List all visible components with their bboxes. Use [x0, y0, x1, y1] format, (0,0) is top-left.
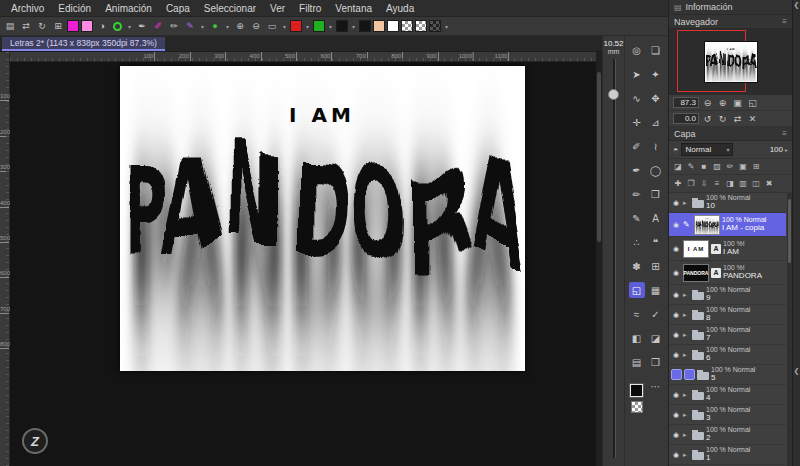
add-selection-icon[interactable]: ⊕	[233, 19, 247, 33]
paper-chip-checker-3[interactable]	[429, 20, 441, 32]
fill-tool[interactable]: ◧	[629, 330, 645, 346]
folder-expand-icon[interactable]: ▸	[683, 451, 690, 459]
layer-row-10[interactable]: ◉▸100 % Normal10	[669, 193, 786, 213]
transparent-color-swatch[interactable]	[631, 401, 643, 413]
folder-expand-icon[interactable]: ▸	[683, 391, 690, 399]
lock-alpha-icon[interactable]: ▨	[711, 161, 723, 173]
visibility-eye-icon[interactable]: ◉	[671, 199, 681, 207]
info-palette-header[interactable]: ▤ Información	[669, 0, 792, 15]
visibility-eye-icon[interactable]: ◉	[671, 291, 681, 299]
create-mask-icon[interactable]: ◨	[724, 178, 736, 190]
layer-scrollbar[interactable]	[787, 193, 792, 466]
folder-expand-icon[interactable]: ▸	[683, 199, 690, 207]
flip-view-icon[interactable]: ⇄	[19, 19, 33, 33]
paper-chip-checker-1[interactable]	[401, 20, 413, 32]
brush-size-slider-knob[interactable]	[608, 89, 619, 100]
color-chip-black[interactable]	[336, 20, 348, 32]
main-color-swatch[interactable]	[630, 384, 643, 397]
menu-animacion[interactable]: Animación	[98, 2, 159, 15]
layer-color-icon-1[interactable]	[671, 369, 682, 380]
layer-row-pandora[interactable]: ◉PANDORAA100 %!PANDORA	[669, 261, 786, 285]
page-tool[interactable]: ❐	[648, 354, 664, 370]
balloon-tool[interactable]: ❝	[648, 234, 664, 250]
visibility-eye-icon[interactable]: ◉	[671, 451, 681, 459]
transform-tool[interactable]: ✥	[648, 90, 664, 106]
gradient-chip-pink[interactable]	[81, 20, 93, 32]
ruler-range-icon[interactable]: ⊞	[750, 161, 762, 173]
curve-tool[interactable]: ≀	[648, 138, 664, 154]
merge-down-icon[interactable]: ≡	[711, 178, 723, 190]
figure-tool[interactable]: ◯	[648, 162, 664, 178]
palette-color-icon[interactable]: ▣	[737, 161, 749, 173]
divide-frame-icon[interactable]: ◫	[750, 178, 762, 190]
rotate-view-icon[interactable]: ↻	[35, 19, 49, 33]
layer-row-i-am-copia[interactable]: ◉✎100 % NormalI AM - copia	[669, 213, 786, 237]
folder-expand-icon[interactable]: ▸	[683, 411, 690, 419]
red-chip-caret-icon[interactable]: ▾	[304, 23, 311, 30]
auto-select-tool[interactable]: ✦	[648, 66, 664, 82]
gradient-tool[interactable]: ▤	[629, 354, 645, 370]
folder-expand-icon[interactable]: ▸	[683, 351, 690, 359]
rect-select-icon[interactable]: ▭	[265, 19, 279, 33]
layer-color-icon-2[interactable]	[684, 369, 695, 380]
decoration-tool[interactable]: ✽	[629, 258, 645, 274]
collapse-dock-icon[interactable]: ❮	[794, 366, 800, 376]
green-chip-caret-icon[interactable]: ▾	[327, 23, 334, 30]
draft-layer-icon[interactable]: ✏	[724, 161, 736, 173]
clip-to-layer-icon[interactable]: ◪	[672, 161, 684, 173]
lasso-tool[interactable]: ∿	[629, 90, 645, 106]
blend-mode-select[interactable]: Normal ▾	[681, 143, 733, 156]
operation-tool[interactable]: ➤	[629, 66, 645, 82]
line-tool[interactable]: ⊿	[648, 114, 664, 130]
zoom-out-icon[interactable]: ⊖	[701, 96, 714, 109]
apply-mask-icon[interactable]: ▥	[737, 178, 749, 190]
brush-tip-caret-icon[interactable]: ▾	[126, 23, 133, 30]
rotate-right-icon[interactable]: ↻	[716, 112, 729, 125]
navigator-menu-icon[interactable]: ≡	[782, 17, 787, 26]
material-tool[interactable]: ▦	[648, 282, 664, 298]
navigator-preview-area[interactable]	[669, 29, 792, 95]
folder-expand-icon[interactable]: ▸	[683, 291, 690, 299]
visibility-eye-icon[interactable]: ◉	[671, 269, 681, 277]
menu-edicion[interactable]: Edición	[51, 2, 98, 15]
paper-caret-icon[interactable]: ▾	[443, 23, 450, 30]
layer-row-2[interactable]: ◉▸100 % Normal2	[669, 425, 786, 445]
layer-row-6[interactable]: ◉▸100 % Normal6	[669, 345, 786, 365]
folder-expand-icon[interactable]: ▸	[683, 431, 690, 439]
pen-icon[interactable]: ✒	[135, 19, 149, 33]
layer-row-1[interactable]: ◉▸100 % Normal1	[669, 445, 786, 465]
text-tool[interactable]: A	[648, 210, 664, 226]
layer-row-3[interactable]: ◉▸100 % Normal3	[669, 405, 786, 425]
transfer-down-icon[interactable]: ⇩	[698, 178, 710, 190]
paper-chip-checker-2[interactable]	[415, 20, 427, 32]
navigator-tab[interactable]: Navegador ≡	[669, 15, 792, 29]
menu-ver[interactable]: Ver	[263, 2, 292, 15]
airbrush-icon[interactable]: ✎	[183, 19, 197, 33]
canvas-stage[interactable]: Z	[10, 62, 596, 466]
menu-ventana[interactable]: Ventana	[328, 2, 379, 15]
color-chip-green[interactable]	[313, 20, 325, 32]
round-brush-caret-icon[interactable]: ▾	[224, 23, 231, 30]
paper-chip-black[interactable]	[359, 20, 371, 32]
flip-horizontal-icon[interactable]: ⇄	[731, 112, 744, 125]
eraser-tool[interactable]: ◱	[629, 282, 645, 298]
pen-caret-icon[interactable]: ▾	[199, 23, 206, 30]
brush-size-slider[interactable]	[603, 59, 624, 466]
rotation-value-box[interactable]: 0.0	[673, 113, 699, 124]
selection-tool[interactable]: ❏	[648, 42, 664, 58]
visibility-eye-icon[interactable]: ◉	[671, 245, 681, 253]
menu-ayuda[interactable]: Ayuda	[379, 2, 421, 15]
lock-layer-icon[interactable]: ■	[698, 161, 710, 173]
layer-row-7[interactable]: ◉▸100 % Normal7	[669, 325, 786, 345]
new-layer-icon[interactable]: ✚	[672, 178, 684, 190]
color-chip-red[interactable]	[290, 20, 302, 32]
gradient-chip-magenta[interactable]	[67, 20, 79, 32]
black-chip-caret-icon[interactable]: ▾	[350, 23, 357, 30]
reset-rotation-icon[interactable]: ✕	[746, 112, 759, 125]
eyedropper-tool[interactable]: ✐	[629, 138, 645, 154]
pencil-tool[interactable]: ✏	[629, 186, 645, 202]
active-brush-tip-icon[interactable]	[113, 22, 122, 31]
remove-selection-icon[interactable]: ⊖	[249, 19, 263, 33]
collapse-dock-top-icon[interactable]: ❮	[794, 0, 800, 10]
paper-chip-skin[interactable]	[373, 20, 385, 32]
